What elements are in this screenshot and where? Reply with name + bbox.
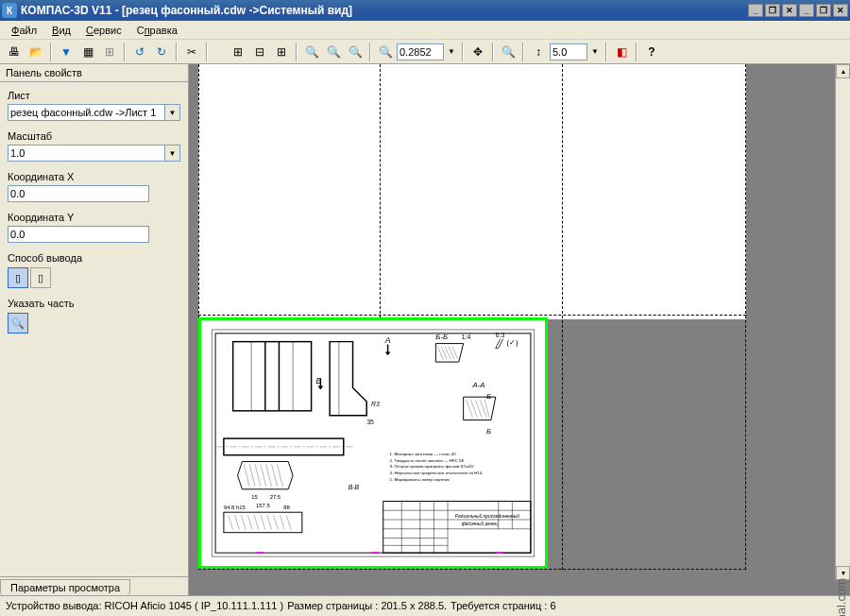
svg-line-51: [235, 515, 240, 530]
svg-text:1. Материал заготовки — сталь : 1. Материал заготовки — сталь 40: [390, 452, 457, 456]
scissors-button[interactable]: ✂: [181, 42, 202, 62]
coordx-input[interactable]: [8, 185, 149, 202]
svg-line-18: [452, 347, 458, 360]
rotate-right-button[interactable]: ↻: [151, 42, 172, 62]
svg-text:4. Неуказанные предельные откл: 4. Неуказанные предельные отклонения по …: [390, 471, 483, 475]
zoom-in-button[interactable]: 🔍: [301, 42, 322, 62]
svg-text:3. Острые кромки притупить фас: 3. Острые кромки притупить фаской 0.5x45…: [390, 464, 475, 469]
print-button[interactable]: 🖶: [4, 42, 25, 62]
svg-text:35: 35: [366, 419, 374, 425]
restore-button[interactable]: ❐: [765, 4, 780, 17]
scale-dropdown-arrow[interactable]: ▼: [165, 145, 180, 162]
layout-button[interactable]: ⊞: [99, 42, 120, 62]
rotate-left-button[interactable]: ↺: [129, 42, 150, 62]
scroll-up-button[interactable]: ▴: [836, 64, 850, 78]
output-label: Способ вывода: [8, 252, 180, 264]
coordy-label: Координата Y: [8, 212, 180, 223]
svg-text:27.5: 27.5: [270, 494, 280, 500]
sheet-label: Лист: [8, 90, 180, 101]
svg-line-34: [261, 464, 266, 486]
app-icon: К: [2, 3, 17, 18]
svg-line-33: [255, 464, 261, 486]
pan-button[interactable]: ✥: [468, 42, 488, 62]
svg-line-27: [484, 400, 489, 418]
title-bar: К КОМПАС-3D V11 - [резец фасонный.cdw ->…: [0, 0, 850, 21]
svg-line-54: [254, 515, 259, 530]
scale-label: Масштаб: [8, 130, 180, 142]
status-device: Устройство вывода: RICOH Aficio 1045 ( I…: [6, 600, 283, 611]
svg-text:5. Маркировать номер чертежа: 5. Маркировать номер чертежа: [390, 477, 450, 482]
sheet-select[interactable]: [8, 104, 165, 121]
window-title: КОМПАС-3D V11 - [резец фасонный.cdw ->Си…: [21, 4, 748, 17]
svg-text:фасонный резец: фасонный резец: [462, 521, 498, 526]
step-input[interactable]: [550, 43, 587, 60]
zoom-fit-button[interactable]: 🔍: [345, 42, 366, 62]
point-button[interactable]: 🔍: [8, 313, 28, 334]
color-button[interactable]: ◧: [611, 42, 632, 62]
doc-close-button[interactable]: ✕: [833, 4, 848, 17]
menu-view[interactable]: Вид: [44, 23, 78, 38]
tab-preview-params[interactable]: Параметры просмотра: [0, 579, 130, 595]
svg-line-37: [277, 464, 282, 486]
svg-line-55: [261, 515, 265, 530]
menu-file[interactable]: Файл: [4, 23, 44, 38]
step-button[interactable]: ↕: [528, 42, 549, 62]
filter-button[interactable]: ▼: [56, 42, 76, 62]
output-mode1-button[interactable]: ▯: [8, 267, 28, 288]
output-mode2-button[interactable]: ▯: [30, 267, 51, 288]
menu-service[interactable]: Сервис: [78, 23, 129, 38]
point-label: Указать часть: [8, 298, 180, 309]
status-pages: Требуется страниц : 6: [450, 600, 555, 611]
zoom-dropdown[interactable]: ▼: [445, 42, 458, 62]
svg-line-36: [272, 464, 278, 486]
svg-text:88: 88: [283, 505, 290, 510]
zoom-region-button[interactable]: 🔍: [498, 42, 518, 62]
step-dropdown[interactable]: ▼: [588, 42, 602, 62]
svg-line-17: [449, 347, 454, 360]
svg-text:15: 15: [251, 494, 258, 500]
svg-line-31: [244, 464, 249, 486]
coordy-input[interactable]: [8, 226, 149, 243]
grid1-button[interactable]: ⊞: [228, 42, 248, 62]
properties-panel: Панель свойств Лист ▼ Масштаб ▼ Координа…: [0, 64, 189, 595]
scale-input[interactable]: [8, 145, 165, 162]
panel-tabs: Параметры просмотра: [0, 576, 188, 595]
minimize-button[interactable]: _: [748, 4, 763, 17]
svg-text:А-А: А-А: [471, 381, 484, 389]
doc-restore-button[interactable]: ❐: [816, 4, 831, 17]
svg-rect-76: [496, 552, 503, 554]
svg-rect-74: [256, 552, 264, 554]
drawing-canvas[interactable]: В 35 R3 А Б-: [189, 64, 850, 595]
coordx-label: Координата X: [8, 171, 180, 182]
svg-text:В-В: В-В: [348, 484, 360, 490]
technical-drawing: В 35 R3 А Б-: [209, 328, 537, 558]
status-bar: Устройство вывода: RICOH Aficio 1045 ( I…: [0, 595, 850, 614]
vertical-scrollbar[interactable]: ▴ ▾: [835, 64, 850, 580]
svg-text:Б-Б: Б-Б: [435, 333, 448, 341]
status-pagesize: Размер страницы : 201.5 x 288.5.: [287, 600, 447, 611]
svg-text:6.3: 6.3: [496, 332, 505, 338]
svg-text:2. Твердость после закалки — H: 2. Твердость после закалки — HRC 58: [390, 458, 465, 463]
zoom-out-button[interactable]: 🔍: [323, 42, 344, 62]
svg-text:1:4: 1:4: [462, 334, 471, 340]
selection-frame[interactable]: В 35 R3 А Б-: [198, 317, 548, 569]
svg-line-58: [280, 515, 284, 530]
menu-help[interactable]: Справка: [129, 23, 185, 38]
open-button[interactable]: 📂: [26, 42, 46, 62]
svg-text:Б: Б: [486, 392, 491, 401]
close-button[interactable]: ✕: [782, 4, 797, 17]
grid3-button[interactable]: ⊞: [271, 42, 292, 62]
frame-button[interactable]: ▦: [77, 42, 98, 62]
panel-header: Панель свойств: [0, 64, 188, 82]
svg-line-57: [274, 515, 279, 530]
svg-line-53: [247, 515, 252, 530]
grid2-button[interactable]: ⊟: [249, 42, 270, 62]
zoom-input[interactable]: [397, 43, 444, 60]
svg-rect-75: [371, 552, 379, 554]
doc-minimize-button[interactable]: _: [799, 4, 814, 17]
help-button[interactable]: ?: [641, 42, 662, 62]
sheet-dropdown-arrow[interactable]: ▼: [165, 104, 180, 121]
svg-line-15: [441, 347, 447, 360]
svg-text:R3: R3: [371, 401, 380, 407]
zoom-scale-button[interactable]: 🔍: [375, 42, 396, 62]
